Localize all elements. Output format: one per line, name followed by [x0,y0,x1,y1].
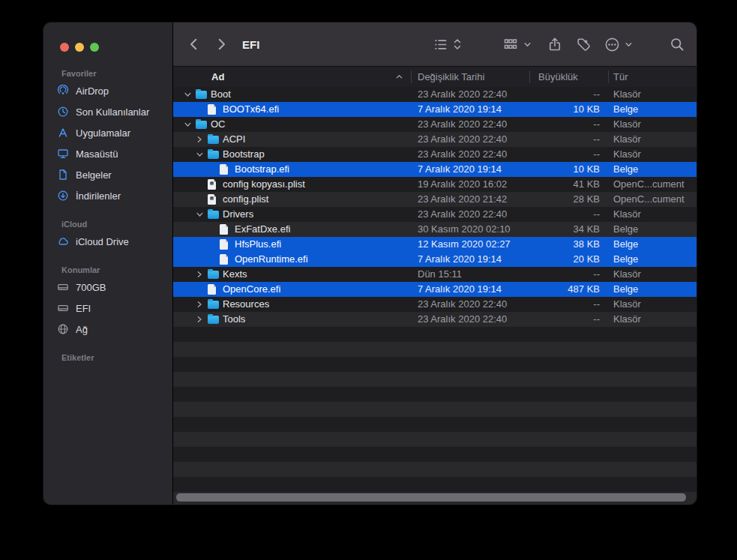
file-date: 12 Kasım 2020 02:27 [418,237,511,252]
file-row-drivers[interactable]: Drivers23 Aralık 2020 22:40--Klasör [173,207,697,222]
file-type: Klasör [613,87,641,102]
file-row-bootstrap[interactable]: Bootstrap23 Aralık 2020 22:40--Klasör [173,147,697,162]
sidebar-item-ağ[interactable]: Ağ [49,319,166,340]
file-icon [220,239,228,250]
empty-list-stripe [173,432,697,447]
folder-icon [208,271,219,279]
file-name: Resources [223,297,269,312]
sidebar-item-efi[interactable]: EFI [49,298,166,319]
horizontal-scrollbar-thumb[interactable] [175,493,687,502]
file-row-acpi[interactable]: ACPI23 Aralık 2020 22:40--Klasör [173,132,697,147]
group-by-button[interactable] [502,22,520,66]
sidebar-item-son-kullanılanlar[interactable]: Son Kullanılanlar [49,101,166,122]
more-actions-chevron[interactable] [623,22,634,66]
search-button[interactable] [667,22,688,66]
disclosure-closed-icon[interactable] [196,299,205,310]
file-row-kexts[interactable]: KextsDün 15:11--Klasör [173,267,697,282]
sidebar-item-label: Uygulamalar [76,127,130,139]
folder-icon [208,211,219,219]
sidebar-item-i-ndirilenler[interactable]: İndirilenler [49,185,166,206]
file-type: Belge [613,102,638,117]
disclosure-open-icon[interactable] [196,149,205,160]
sidebar-item-700gb[interactable]: 700GB [49,277,166,298]
file-type: Belge [613,162,638,177]
list-view-icon [433,37,448,52]
file-name: OpenRuntime.efi [235,252,308,267]
cloud-icon [55,235,70,247]
file-type: Belge [613,282,638,297]
file-row-bootstrap-efi[interactable]: Bootstrap.efi7 Aralık 2020 19:1410 KBBel… [173,162,697,177]
column-divider[interactable] [411,70,412,83]
tag-button[interactable] [574,22,593,66]
file-name: Kexts [223,267,247,282]
column-divider[interactable] [608,70,609,83]
file-date: 7 Aralık 2020 19:14 [418,252,502,267]
file-type: Belge [613,252,638,267]
file-size: 487 KB [520,282,600,297]
empty-list-stripe [173,462,697,477]
disclosure-open-icon[interactable] [196,209,205,220]
file-name: config.plist [223,192,268,207]
sidebar-item-masaüstü[interactable]: Masaüstü [49,143,166,164]
column-header-type[interactable]: Tür [613,67,628,87]
file-row-tools[interactable]: Tools23 Aralık 2020 22:40--Klasör [173,312,697,327]
sidebar-item-uygulamalar[interactable]: Uygulamalar [49,122,166,143]
file-name: Drivers [223,207,253,222]
file-icon [208,284,216,295]
file-row-config-kopyas-plist[interactable]: config kopyası.plist19 Aralık 2020 16:02… [173,177,697,192]
view-selector-button[interactable] [451,22,463,66]
file-type: Klasör [613,207,641,222]
sidebar-item-label: 700GB [76,282,106,293]
sidebar-item-airdrop[interactable]: AirDrop [49,80,166,101]
file-row-exfatdxe-efi[interactable]: ExFatDxe.efi30 Kasım 2020 02:1034 KBBelg… [173,222,697,237]
zoom-button[interactable] [90,43,99,52]
file-name: BOOTx64.efi [223,102,279,117]
main-panel: EFI [173,22,697,505]
disclosure-open-icon[interactable] [184,89,193,100]
sort-ascending-icon[interactable] [395,67,403,87]
close-button[interactable] [60,43,69,52]
disclosure-closed-icon[interactable] [196,314,205,325]
file-row-bootx64-efi[interactable]: BOOTx64.efi7 Aralık 2020 19:1410 KBBelge [173,102,697,117]
more-actions-button[interactable] [602,22,622,66]
minimize-button[interactable] [75,43,84,52]
disclosure-closed-icon[interactable] [196,269,205,280]
file-size: -- [520,87,600,102]
file-row-openruntime-efi[interactable]: OpenRuntime.efi7 Aralık 2020 19:1420 KBB… [173,252,697,267]
file-row-hfsplus-efi[interactable]: HfsPlus.efi12 Kasım 2020 02:2738 KBBelge [173,237,697,252]
sidebar-item-belgeler[interactable]: Belgeler [49,164,166,185]
file-name: OpenCore.efi [223,282,280,297]
file-row-boot[interactable]: Boot23 Aralık 2020 22:40--Klasör [173,87,697,102]
back-button[interactable] [184,22,205,66]
file-date: 23 Aralık 2020 22:40 [418,297,507,312]
share-button[interactable] [545,22,565,66]
disclosure-open-icon[interactable] [184,119,193,130]
sidebar-section-title: iCloud [61,220,172,229]
file-row-resources[interactable]: Resources23 Aralık 2020 22:40--Klasör [173,297,697,312]
file-row-config-plist[interactable]: config.plist23 Aralık 2020 21:4228 KBOpe… [173,192,697,207]
file-date: 23 Aralık 2020 22:40 [418,132,507,147]
chevron-down-icon [625,40,633,49]
file-row-opencore-efi[interactable]: OpenCore.efi7 Aralık 2020 19:14487 KBBel… [173,282,697,297]
disclosure-closed-icon[interactable] [196,134,205,145]
folder-icon [208,136,219,144]
list-view-button[interactable] [431,22,449,66]
list-header: Ad Değişiklik Tarihi Büyüklük Tür [173,67,697,88]
file-date: 23 Aralık 2020 22:40 [418,207,507,222]
share-icon [547,37,562,52]
group-by-chevron[interactable] [522,22,532,66]
forward-button[interactable] [211,22,232,66]
file-icon [208,104,216,115]
file-type: Klasör [613,297,641,312]
file-type: Klasör [613,117,641,132]
file-date: 7 Aralık 2020 19:14 [418,102,502,117]
column-header-date[interactable]: Değişiklik Tarihi [418,67,484,87]
column-divider[interactable] [529,70,530,83]
sidebar-item-icloud-drive[interactable]: iCloud Drive [49,231,166,252]
file-size: 10 KB [520,102,600,117]
column-header-size[interactable]: Büyüklük [538,67,578,87]
sidebar-section-title: Favoriler [61,69,172,78]
file-date: Dün 15:11 [418,267,462,282]
column-header-name[interactable]: Ad [211,67,224,87]
file-row-oc[interactable]: OC23 Aralık 2020 22:40--Klasör [173,117,697,132]
